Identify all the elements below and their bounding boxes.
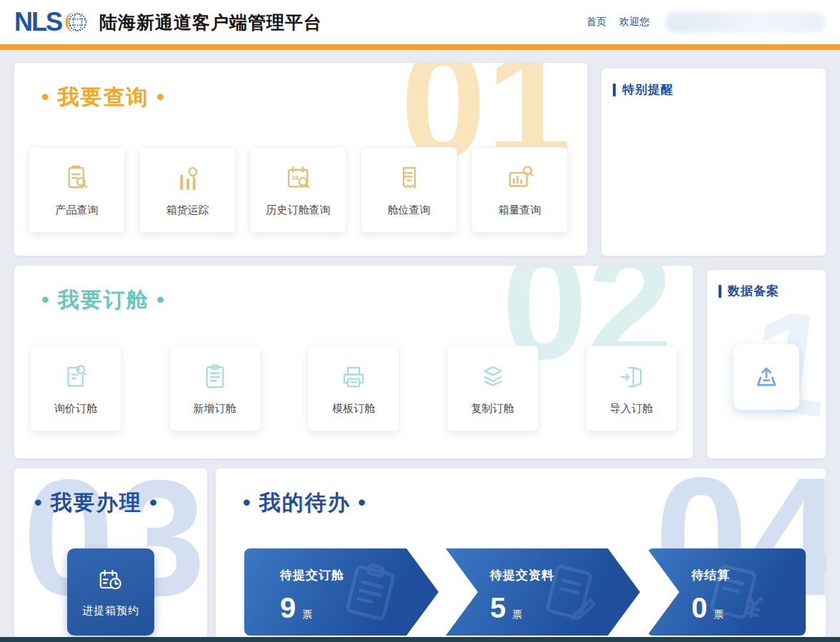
chart-search-icon (505, 164, 535, 194)
nav-home-link[interactable]: 首页 (586, 16, 606, 29)
blue-card-label: 进提箱预约 (82, 604, 139, 618)
card-label: 导入订舱 (610, 402, 653, 416)
banner-label: 待提交资料 (490, 567, 640, 583)
banner-count: 5 (490, 593, 506, 622)
welcome-text: 欢迎您 (619, 16, 649, 29)
clipboard-icon (200, 362, 230, 392)
panel-special-reminder: 特别提醒 (601, 69, 826, 256)
logo: NLS (14, 7, 88, 37)
clipboard-search-icon (62, 164, 92, 194)
card-copy-booking[interactable]: 复制订舱 (447, 346, 539, 431)
banner-unit: 票 (714, 608, 724, 621)
data-filing-upload-button[interactable] (734, 344, 799, 410)
card-label: 历史订舱查询 (266, 204, 331, 217)
app-header: NLS 陆海新通道客户端管理平台 首页 欢迎您 (0, 0, 840, 44)
card-inquiry-booking[interactable]: 询价订舱 (30, 346, 121, 431)
banner-unit: 票 (302, 608, 312, 621)
card-import-booking[interactable]: 导入订舱 (586, 346, 677, 431)
section-query: 01 • 我要查询 • 产品查询 (14, 63, 587, 256)
top-nav: 首页 欢迎您 (586, 11, 826, 33)
section-handle-title: • 我要办理 • (14, 468, 207, 518)
card-label: 箱货运踪 (166, 204, 209, 217)
layers-icon (478, 362, 508, 392)
receipt-icon (394, 164, 424, 194)
card-template-booking[interactable]: 模板订舱 (308, 346, 399, 431)
logo-text: NLS (14, 7, 61, 37)
banner-label: 待提交订舱 (280, 567, 439, 583)
card-new-booking[interactable]: 新增订舱 (169, 346, 261, 431)
panel-data-filing: 1 数据备案 (707, 270, 826, 458)
banner-count: 9 (280, 593, 296, 622)
document-search-icon (61, 362, 91, 392)
section-todo-title: • 我的待办 • (216, 468, 826, 518)
card-label: 舱位查询 (388, 204, 431, 217)
todo-banner-pending-settlement[interactable]: 待结算 0 票 (647, 548, 806, 636)
calendar-clock-icon (96, 566, 125, 595)
banner-count: 0 (691, 593, 707, 622)
accent-bar (0, 44, 840, 50)
bar-chart-search-icon (173, 164, 203, 194)
card-label: 模板订舱 (332, 402, 375, 416)
card-label: 箱量查询 (499, 204, 541, 217)
user-name-redacted (665, 11, 826, 33)
globe-logo-icon (64, 10, 88, 34)
printer-icon (339, 362, 369, 392)
data-filing-title: 数据备案 (728, 283, 779, 299)
section-handle: 03 • 我要办理 • 进提箱预约 (14, 468, 207, 638)
card-container-tracking[interactable]: 箱货运踪 (139, 147, 236, 233)
section-booking: 02 • 我要订舱 • 询价订舱 (14, 266, 693, 458)
card-history-booking-query[interactable]: 24 历史订舱查询 (250, 147, 346, 233)
section-booking-title: • 我要订舱 • (14, 266, 693, 315)
card-label: 复制订舱 (471, 402, 514, 416)
calendar-search-icon: 24 (284, 164, 314, 194)
card-label: 新增订舱 (194, 402, 236, 416)
todo-banner-pending-booking[interactable]: 待提交订舱 9 票 (244, 548, 439, 636)
card-label: 询价订舱 (54, 402, 97, 416)
svg-text:24: 24 (291, 174, 299, 181)
banner-unit: 票 (512, 608, 522, 621)
section-query-title: • 我要查询 • (14, 63, 587, 112)
heading-bar (613, 84, 616, 96)
card-space-query[interactable]: 舱位查询 (361, 147, 457, 233)
card-label: 产品查询 (56, 204, 99, 217)
heading-bar (719, 285, 721, 298)
bottom-strip (0, 637, 840, 642)
special-reminder-title: 特别提醒 (622, 81, 674, 98)
card-volume-query[interactable]: 箱量查询 (471, 147, 568, 233)
card-container-appointment[interactable]: 进提箱预约 (67, 548, 154, 636)
upload-icon (751, 361, 782, 393)
page-title: 陆海新通道客户端管理平台 (99, 11, 322, 34)
todo-banner-pending-documents[interactable]: 待提交资料 5 票 (446, 548, 640, 636)
card-product-query[interactable]: 产品查询 (29, 147, 125, 233)
section-todo: 04 • 我的待办 • 待提交订舱 9 (216, 468, 826, 638)
banner-label: 待结算 (691, 567, 806, 583)
import-door-icon (616, 362, 646, 392)
